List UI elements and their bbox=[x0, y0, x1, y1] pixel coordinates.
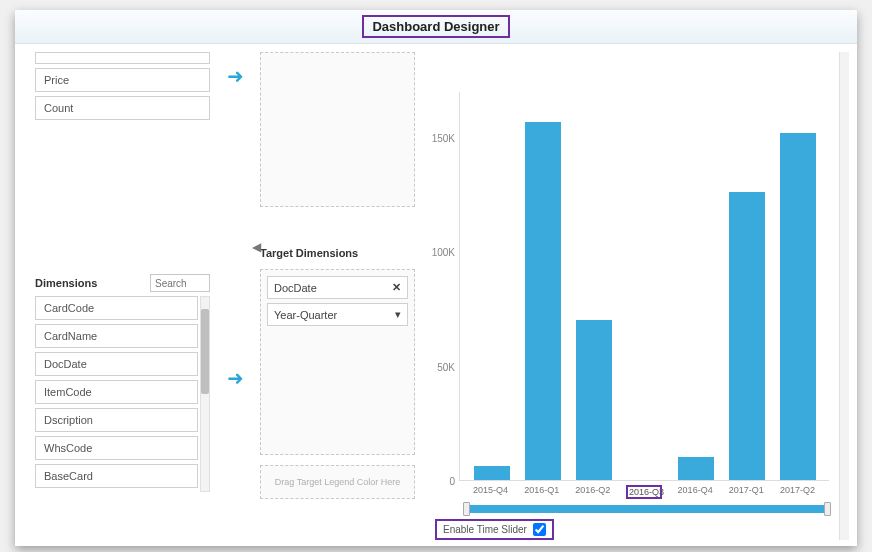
time-slider-rail[interactable] bbox=[465, 505, 829, 513]
target-measures-dropzone[interactable] bbox=[260, 52, 415, 207]
chevron-down-icon[interactable]: ▾ bbox=[395, 308, 401, 321]
scrollbar-thumb[interactable] bbox=[201, 309, 209, 394]
measure-item[interactable]: Price bbox=[35, 68, 210, 92]
chart-plot bbox=[459, 92, 829, 481]
dimension-item[interactable]: WhsCode bbox=[35, 436, 198, 460]
measures-list: Price Count bbox=[35, 52, 210, 124]
chart-bar[interactable] bbox=[474, 466, 510, 480]
target-dimensions-dropzone[interactable]: DocDate ✕ Year-Quarter ▾ bbox=[260, 269, 415, 455]
enable-time-slider-row: Enable Time Slider bbox=[435, 519, 829, 540]
time-slider-handle-right[interactable] bbox=[824, 502, 831, 516]
chart-bar[interactable] bbox=[525, 122, 561, 480]
collapse-panel-icon[interactable]: ◀ bbox=[252, 240, 261, 254]
legend-color-dropzone[interactable]: Drag Target Legend Color Here bbox=[260, 465, 415, 499]
dimension-item[interactable]: CardName bbox=[35, 324, 198, 348]
y-tick-label: 100K bbox=[432, 247, 455, 258]
measure-item[interactable] bbox=[35, 52, 210, 64]
dimensions-scrollbar[interactable] bbox=[200, 296, 210, 492]
chart-bar[interactable] bbox=[576, 320, 612, 480]
y-tick-label: 50K bbox=[437, 361, 455, 372]
remove-dimension-icon[interactable]: ✕ bbox=[392, 281, 401, 294]
granularity-select[interactable]: Year-Quarter ▾ bbox=[267, 303, 408, 326]
enable-time-slider-label: Enable Time Slider bbox=[443, 524, 527, 535]
dimensions-label: Dimensions bbox=[35, 277, 97, 289]
chart-bar[interactable] bbox=[729, 192, 765, 480]
main-scrollbar[interactable] bbox=[839, 52, 849, 540]
x-tick-label: 2016-Q1 bbox=[524, 485, 560, 499]
x-axis: 2015-Q42016-Q12016-Q22016-Q32016-Q42017-… bbox=[425, 481, 829, 499]
dimension-item[interactable]: DocDate bbox=[35, 352, 198, 376]
chart-column: 050K100K150K 2015-Q42016-Q12016-Q22016-Q… bbox=[415, 52, 835, 540]
dimensions-list: CardCode CardName DocDate ItemCode Dscri… bbox=[35, 296, 198, 492]
x-tick-label: 2015-Q4 bbox=[473, 485, 509, 499]
target-dimension-pill[interactable]: DocDate ✕ bbox=[267, 276, 408, 299]
x-tick-label: 2017-Q1 bbox=[728, 485, 764, 499]
x-tick-label: 2016-Q4 bbox=[677, 485, 713, 499]
x-tick-label: 2016-Q3 bbox=[626, 485, 662, 499]
y-axis: 050K100K150K bbox=[425, 92, 459, 481]
left-column: Price Count Dimensions CardCode CardName… bbox=[35, 52, 210, 540]
target-dimension-field: DocDate bbox=[274, 282, 317, 294]
chart-bars bbox=[460, 92, 829, 480]
x-tick-label: 2016-Q2 bbox=[575, 485, 611, 499]
dimension-item[interactable]: Dscription bbox=[35, 408, 198, 432]
chart-area: 050K100K150K bbox=[425, 52, 829, 481]
titlebar: Dashboard Designer bbox=[15, 10, 857, 44]
x-tick-label: 2017-Q2 bbox=[779, 485, 815, 499]
granularity-value: Year-Quarter bbox=[274, 309, 337, 321]
target-column: ◀ Target Dimensions DocDate ✕ Year-Quart… bbox=[260, 52, 415, 540]
y-tick-label: 0 bbox=[449, 476, 455, 487]
chart-bar[interactable] bbox=[780, 133, 816, 480]
page-title: Dashboard Designer bbox=[362, 15, 509, 38]
time-slider-handle-left[interactable] bbox=[463, 502, 470, 516]
dimension-item[interactable]: BaseCard bbox=[35, 464, 198, 488]
content-area: Price Count Dimensions CardCode CardName… bbox=[15, 44, 857, 546]
arrow-right-icon[interactable]: ➜ bbox=[227, 64, 244, 88]
target-dimensions-label: Target Dimensions bbox=[260, 247, 415, 259]
enable-time-slider-checkbox[interactable] bbox=[533, 523, 546, 536]
measure-item[interactable]: Count bbox=[35, 96, 210, 120]
dimensions-list-wrap: CardCode CardName DocDate ItemCode Dscri… bbox=[35, 296, 210, 492]
dimension-item[interactable]: CardCode bbox=[35, 296, 198, 320]
dimension-item[interactable]: ItemCode bbox=[35, 380, 198, 404]
y-tick-label: 150K bbox=[432, 132, 455, 143]
dimensions-header: Dimensions bbox=[35, 274, 210, 292]
arrow-right-icon[interactable]: ➜ bbox=[227, 366, 244, 390]
dashboard-designer-window: Dashboard Designer Price Count Dimension… bbox=[15, 10, 857, 546]
search-input[interactable] bbox=[150, 274, 210, 292]
transfer-column: ➜ ➜ bbox=[210, 52, 260, 540]
chart-bar[interactable] bbox=[678, 457, 714, 480]
